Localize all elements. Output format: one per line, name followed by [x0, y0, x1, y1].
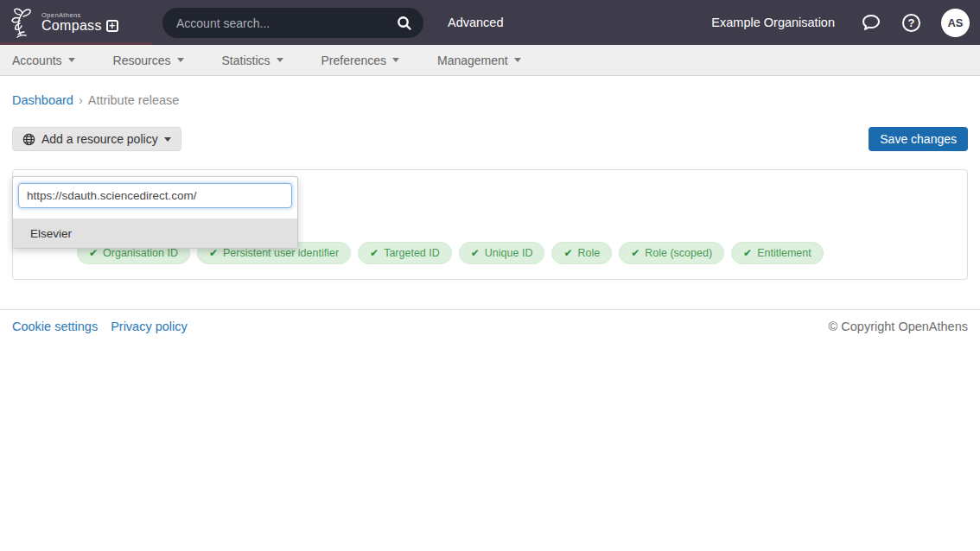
attribute-badge: ✔Targeted ID [358, 242, 452, 264]
chevron-down-icon [392, 58, 399, 62]
breadcrumb: Dashboard›Attribute release [12, 93, 968, 107]
check-icon: ✔ [743, 247, 752, 259]
page: OpenAthens Compass + Advanced Example Or… [0, 0, 980, 551]
add-resource-policy-button[interactable]: Add a resource policy [12, 127, 181, 151]
user-avatar[interactable]: AS [941, 9, 970, 37]
organisation-name: Example Organisation [711, 16, 835, 29]
check-icon: ✔ [631, 247, 640, 259]
cookie-settings-link[interactable]: Cookie settings [12, 320, 98, 333]
page-footer: Cookie settings Privacy policy © Copyrig… [0, 309, 980, 333]
caret-down-icon [164, 137, 171, 142]
advanced-search-link[interactable]: Advanced [448, 16, 504, 29]
chevron-down-icon [514, 58, 521, 62]
dropdown-option-elsevier[interactable]: Elsevier [13, 218, 297, 248]
menu-resources[interactable]: Resources [113, 54, 184, 67]
attribute-badge: ✔Entitlement [731, 242, 824, 264]
logo-text: OpenAthens Compass + [41, 12, 118, 34]
attribute-badge: ✔Role [551, 242, 612, 264]
openathens-logo[interactable]: OpenAthens Compass + [0, 0, 152, 45]
check-icon: ✔ [471, 247, 480, 259]
check-icon: ✔ [563, 247, 572, 259]
chat-button[interactable] [861, 13, 881, 32]
badge-label: Persistent user identifier [223, 247, 339, 259]
menu-statistics-label: Statistics [222, 54, 270, 67]
chat-bubble-icon [861, 13, 881, 32]
help-icon: ? [902, 14, 920, 32]
attribute-badge: ✔Unique ID [459, 242, 545, 264]
chevron-down-icon [177, 58, 184, 62]
privacy-policy-link[interactable]: Privacy policy [111, 320, 188, 333]
menu-statistics[interactable]: Statistics [222, 54, 283, 67]
save-changes-button[interactable]: Save changes [869, 127, 968, 151]
help-button[interactable]: ? [902, 14, 920, 32]
plus-badge-icon: + [106, 20, 118, 32]
menu-management-label: Management [437, 54, 508, 67]
badge-label: Targeted ID [384, 247, 440, 259]
toolbar-row: Add a resource policy Save changes [12, 127, 968, 151]
chevron-down-icon [277, 58, 283, 62]
footer-links: Cookie settings Privacy policy [12, 320, 188, 333]
copyright-text: © Copyright OpenAthens [829, 320, 968, 333]
breadcrumb-separator: › [79, 93, 83, 107]
menu-accounts[interactable]: Accounts [12, 54, 75, 67]
badge-label: Organisation ID [103, 247, 178, 259]
openathens-sprig-icon [9, 6, 36, 39]
globe-icon [22, 133, 35, 146]
brand-compass: Compass [41, 19, 102, 34]
account-search-input[interactable] [176, 16, 396, 30]
badge-label: Entitlement [757, 247, 811, 259]
navbar-right: Example Organisation ? AS [711, 0, 970, 45]
main-menubar: Accounts Resources Statistics Preference… [0, 45, 980, 76]
add-resource-policy-label: Add a resource policy [41, 132, 158, 146]
breadcrumb-dashboard-link[interactable]: Dashboard [12, 93, 73, 107]
menu-management[interactable]: Management [437, 54, 521, 67]
menu-resources-label: Resources [113, 54, 171, 67]
resource-policy-dropdown: Elsevier [12, 176, 298, 249]
search-button[interactable] [396, 15, 413, 32]
attribute-badge: ✔Role (scoped) [619, 242, 724, 264]
badge-label: Unique ID [485, 247, 533, 259]
check-icon: ✔ [89, 247, 98, 259]
check-icon: ✔ [370, 247, 379, 259]
account-search [162, 8, 423, 38]
top-navbar: OpenAthens Compass + Advanced Example Or… [0, 0, 980, 45]
dropdown-options: Elsevier [13, 218, 297, 248]
resource-url-input[interactable] [18, 183, 292, 208]
menu-preferences[interactable]: Preferences [321, 54, 399, 67]
menu-preferences-label: Preferences [321, 54, 386, 67]
check-icon: ✔ [209, 247, 218, 259]
chevron-down-icon [68, 58, 75, 62]
search-icon [396, 15, 413, 32]
badge-label: Role (scoped) [645, 247, 712, 259]
badge-label: Role [577, 247, 600, 259]
logo-accent-bar [0, 42, 152, 45]
breadcrumb-current: Attribute release [88, 93, 180, 107]
menu-accounts-label: Accounts [12, 54, 62, 67]
